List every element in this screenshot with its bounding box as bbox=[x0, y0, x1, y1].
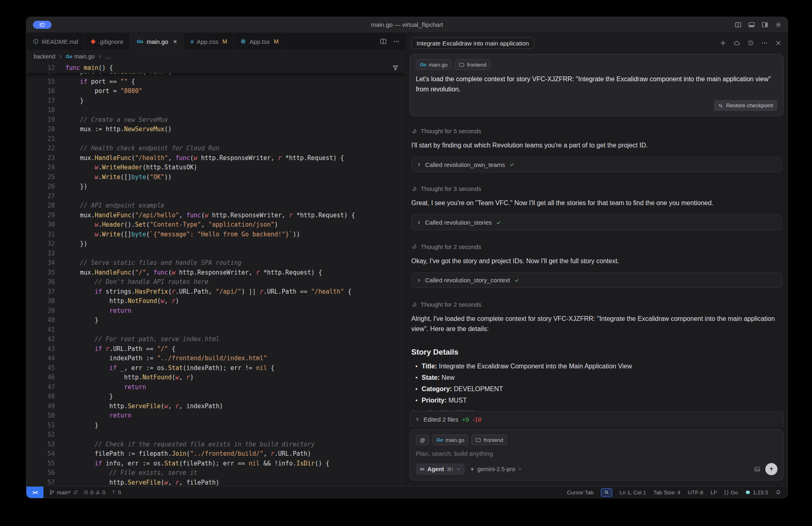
code-line[interactable]: 29 mux.HandleFunc("/api/hello", func(w h… bbox=[26, 211, 405, 221]
line-number[interactable]: 28 bbox=[26, 201, 55, 211]
code-line[interactable]: 26 }) bbox=[26, 182, 405, 192]
code-editor[interactable]: 12func main() { 14 port := os.Getenv("PO… bbox=[26, 63, 405, 486]
code-line[interactable]: 38 http.NotFound(w, r) bbox=[26, 297, 405, 306]
thought-row[interactable]: Thought for 2 seconds bbox=[411, 301, 782, 308]
image-icon[interactable] bbox=[754, 466, 760, 472]
more-actions-icon[interactable] bbox=[393, 38, 400, 45]
line-number[interactable]: 19 bbox=[26, 115, 55, 125]
line-number[interactable]: 52 bbox=[26, 430, 55, 440]
code-line[interactable]: 20 mux := http.NewServeMux() bbox=[26, 125, 405, 134]
code-line[interactable]: 51 } bbox=[26, 421, 405, 431]
line-number[interactable]: 30 bbox=[26, 220, 55, 230]
encoding-item[interactable]: UTF-8 bbox=[688, 489, 703, 496]
code-line[interactable]: 33 bbox=[26, 249, 405, 259]
line-number[interactable]: 20 bbox=[26, 125, 55, 134]
remote-indicator[interactable]: >< bbox=[26, 487, 43, 498]
code-line[interactable]: 50 return bbox=[26, 411, 405, 421]
settings-gear-icon[interactable] bbox=[774, 21, 782, 29]
panel-right-icon[interactable] bbox=[761, 21, 769, 29]
line-number[interactable]: 53 bbox=[26, 440, 55, 450]
code-line[interactable]: 52 bbox=[26, 430, 405, 440]
line-number[interactable]: 48 bbox=[26, 392, 55, 402]
line-number[interactable]: 29 bbox=[26, 211, 55, 221]
code-line[interactable]: 34 // Serve static files and handle SPA … bbox=[26, 258, 405, 268]
line-col-item[interactable]: Ln 1, Col 1 bbox=[620, 489, 646, 496]
code-line[interactable]: 56 // File exists, serve it bbox=[26, 468, 405, 478]
line-number[interactable]: 51 bbox=[26, 421, 55, 431]
tab-main.go[interactable]: Gomain.go× bbox=[130, 33, 184, 50]
line-number[interactable]: 37 bbox=[26, 287, 55, 297]
code-line[interactable]: 31 w.Write([]byte(`{"message": "Hello fr… bbox=[26, 230, 405, 240]
code-line[interactable]: 57 http.ServeFile(w, r, filePath) bbox=[26, 478, 405, 487]
panel-bottom-icon[interactable] bbox=[747, 21, 755, 29]
line-number[interactable]: 31 bbox=[26, 230, 55, 240]
thought-row[interactable]: Thought for 5 seconds bbox=[411, 128, 782, 134]
composer-input[interactable]: Plan, search, build anything bbox=[416, 450, 777, 457]
chat-title[interactable]: Integrate Excalidraw into main applicati… bbox=[411, 37, 534, 49]
line-number[interactable]: 27 bbox=[26, 192, 55, 201]
language-item[interactable]: { } Go bbox=[724, 489, 738, 496]
tab-App.css[interactable]: #App.cssM bbox=[184, 33, 234, 50]
funnel-icon[interactable] bbox=[392, 64, 399, 71]
line-number[interactable]: 46 bbox=[26, 373, 55, 383]
edited-files-bar[interactable]: Edited 2 files +9 -18 bbox=[410, 411, 784, 427]
code-line[interactable]: 23 mux.HandleFunc("/health", func(w http… bbox=[26, 154, 405, 163]
code-line[interactable]: 36 // Don't handle API routes here bbox=[26, 277, 405, 287]
line-number[interactable]: 25 bbox=[26, 173, 55, 182]
tool-call[interactable]: Called revolution_stories bbox=[411, 214, 782, 230]
history-icon[interactable] bbox=[747, 39, 754, 47]
line-number[interactable]: 18 bbox=[26, 106, 55, 115]
code-line[interactable]: 47 return bbox=[26, 383, 405, 392]
line-number[interactable]: 12 bbox=[26, 63, 55, 73]
line-number[interactable]: 50 bbox=[26, 411, 55, 421]
tab-size-item[interactable]: Tab Size: 4 bbox=[653, 489, 680, 496]
ports-item[interactable]: 0 bbox=[111, 489, 121, 496]
split-editor-icon[interactable] bbox=[380, 38, 387, 45]
breadcrumb-segment[interactable]: backend bbox=[34, 53, 55, 60]
code-line[interactable]: 42 // For root path, serve index.html bbox=[26, 335, 405, 344]
code-line[interactable]: 27 bbox=[26, 192, 405, 201]
close-icon[interactable] bbox=[775, 39, 782, 47]
code-line[interactable]: 21 bbox=[26, 134, 405, 144]
tool-call[interactable]: Called revolution_story_context bbox=[411, 273, 782, 288]
cursor-tab-item[interactable]: Cursor Tab bbox=[567, 489, 594, 496]
breadcrumb-segment[interactable]: … bbox=[105, 53, 111, 60]
line-number[interactable]: 45 bbox=[26, 364, 55, 373]
composer-pill-main.go[interactable]: Gomain.go bbox=[432, 435, 468, 445]
line-number[interactable]: 32 bbox=[26, 239, 55, 249]
code-line[interactable]: 48 } bbox=[26, 392, 405, 402]
code-line[interactable]: 39 return bbox=[26, 306, 405, 316]
composer-pill-[interactable]: @ bbox=[416, 435, 429, 445]
line-number[interactable]: 39 bbox=[26, 306, 55, 316]
line-number[interactable]: 56 bbox=[26, 468, 55, 478]
context-pill-frontend[interactable]: frontend bbox=[455, 59, 490, 70]
code-line[interactable]: 55 if info, err := os.Stat(filePath); er… bbox=[26, 459, 405, 469]
code-line[interactable]: 35 mux.HandleFunc("/", func(w http.Respo… bbox=[26, 268, 405, 278]
code-line[interactable]: 19 // Create a new ServeMux bbox=[26, 115, 405, 125]
line-number[interactable]: 16 bbox=[26, 87, 55, 96]
code-line[interactable]: 15 if port == "" { bbox=[26, 77, 405, 87]
code-line[interactable]: 49 http.ServeFile(w, r, indexPath) bbox=[26, 402, 405, 411]
code-line[interactable]: 43 if r.URL.Path == "/" { bbox=[26, 344, 405, 354]
code-line[interactable]: 25 w.Write([]byte("OK")) bbox=[26, 173, 405, 182]
code-line[interactable]: 22 // Health check endpoint for Cloud Ru… bbox=[26, 144, 405, 154]
line-number[interactable]: 22 bbox=[26, 144, 55, 154]
code-line-sticky[interactable]: 12func main() { bbox=[26, 63, 405, 73]
agent-mode-selector[interactable]: ∞ Agent ⌘I bbox=[416, 463, 465, 475]
line-number[interactable]: 42 bbox=[26, 335, 55, 344]
chat-composer[interactable]: @Gomain.gofrontend Plan, search, build a… bbox=[410, 429, 784, 481]
code-line[interactable]: 16 port = "8080" bbox=[26, 87, 405, 96]
code-line[interactable]: 45 if _, err := os.Stat(indexPath); err … bbox=[26, 364, 405, 373]
thought-row[interactable]: Thought for 2 seconds bbox=[411, 243, 782, 250]
composer-pill-frontend[interactable]: frontend bbox=[471, 435, 507, 445]
line-number[interactable]: 40 bbox=[26, 316, 55, 325]
line-number[interactable]: 21 bbox=[26, 134, 55, 144]
eol-item[interactable]: LF bbox=[710, 489, 717, 496]
code-line[interactable]: 24 w.WriteHeader(http.StatusOK) bbox=[26, 163, 405, 173]
line-number[interactable]: 26 bbox=[26, 182, 55, 192]
tool-call[interactable]: Called revolution_own_teams bbox=[411, 157, 782, 172]
code-line[interactable]: 37 if strings.HasPrefix(r.URL.Path, "/ap… bbox=[26, 287, 405, 297]
code-line[interactable]: 28 // API endpoint example bbox=[26, 201, 405, 211]
code-line[interactable]: 44 indexPath := "../frontend/build/index… bbox=[26, 354, 405, 364]
code-line[interactable]: 53 // Check if the requested file exists… bbox=[26, 440, 405, 450]
